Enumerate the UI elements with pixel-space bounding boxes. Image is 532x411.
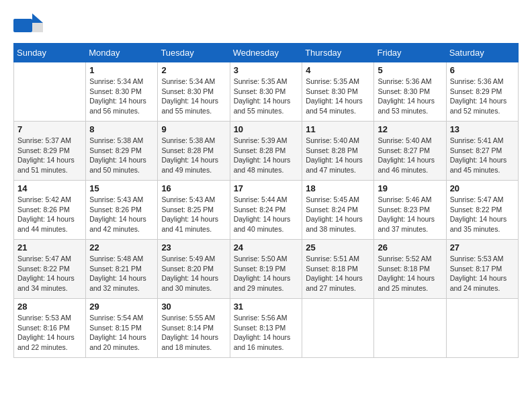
cell-info-text: Sunrise: 5:47 AM Sunset: 8:22 PM Dayligh…	[17, 254, 82, 293]
svg-marker-2	[32, 23, 43, 32]
calendar-cell: 23Sunrise: 5:49 AM Sunset: 8:20 PM Dayli…	[158, 240, 230, 299]
calendar-cell	[14, 62, 86, 122]
calendar-cell: 27Sunrise: 5:53 AM Sunset: 8:17 PM Dayli…	[446, 240, 518, 299]
calendar-cell: 12Sunrise: 5:40 AM Sunset: 8:27 PM Dayli…	[374, 122, 446, 181]
calendar-cell: 10Sunrise: 5:39 AM Sunset: 8:28 PM Dayli…	[230, 122, 302, 181]
cell-date-number: 22	[89, 242, 154, 253]
calendar-cell: 7Sunrise: 5:37 AM Sunset: 8:29 PM Daylig…	[14, 122, 86, 181]
calendar-cell: 13Sunrise: 5:41 AM Sunset: 8:27 PM Dayli…	[446, 122, 518, 181]
cell-date-number: 14	[17, 183, 82, 193]
cell-date-number: 19	[378, 183, 442, 193]
cell-date-number: 16	[161, 183, 226, 193]
cell-date-number: 3	[234, 65, 299, 75]
calendar-week-row: 21Sunrise: 5:47 AM Sunset: 8:22 PM Dayli…	[14, 240, 519, 299]
cell-info-text: Sunrise: 5:43 AM Sunset: 8:25 PM Dayligh…	[161, 195, 226, 234]
calendar-cell: 20Sunrise: 5:47 AM Sunset: 8:22 PM Dayli…	[446, 181, 518, 240]
calendar-cell: 1Sunrise: 5:34 AM Sunset: 8:30 PM Daylig…	[86, 62, 158, 122]
calendar-cell: 9Sunrise: 5:38 AM Sunset: 8:28 PM Daylig…	[158, 122, 230, 181]
calendar-cell: 3Sunrise: 5:35 AM Sunset: 8:30 PM Daylig…	[230, 62, 302, 122]
svg-rect-0	[13, 19, 32, 32]
cell-info-text: Sunrise: 5:40 AM Sunset: 8:27 PM Dayligh…	[378, 136, 442, 175]
cell-info-text: Sunrise: 5:48 AM Sunset: 8:21 PM Dayligh…	[89, 254, 154, 293]
calendar-cell: 4Sunrise: 5:35 AM Sunset: 8:30 PM Daylig…	[302, 62, 374, 122]
calendar-week-row: 14Sunrise: 5:42 AM Sunset: 8:26 PM Dayli…	[14, 181, 519, 240]
calendar-header: SundayMondayTuesdayWednesdayThursdayFrid…	[14, 44, 519, 62]
calendar-cell: 16Sunrise: 5:43 AM Sunset: 8:25 PM Dayli…	[158, 181, 230, 240]
cell-info-text: Sunrise: 5:35 AM Sunset: 8:30 PM Dayligh…	[306, 77, 370, 116]
cell-info-text: Sunrise: 5:41 AM Sunset: 8:27 PM Dayligh…	[450, 136, 515, 175]
calendar-cell: 8Sunrise: 5:38 AM Sunset: 8:29 PM Daylig…	[86, 122, 158, 181]
cell-info-text: Sunrise: 5:42 AM Sunset: 8:26 PM Dayligh…	[17, 195, 82, 234]
cell-date-number: 12	[378, 124, 442, 134]
calendar-cell: 29Sunrise: 5:54 AM Sunset: 8:15 PM Dayli…	[86, 299, 158, 358]
cell-info-text: Sunrise: 5:35 AM Sunset: 8:30 PM Dayligh…	[234, 77, 299, 116]
cell-info-text: Sunrise: 5:34 AM Sunset: 8:30 PM Dayligh…	[89, 77, 154, 116]
calendar-table: SundayMondayTuesdayWednesdayThursdayFrid…	[13, 43, 519, 358]
cell-info-text: Sunrise: 5:55 AM Sunset: 8:14 PM Dayligh…	[161, 313, 226, 353]
calendar-cell: 14Sunrise: 5:42 AM Sunset: 8:26 PM Dayli…	[14, 181, 86, 240]
calendar-week-row: 7Sunrise: 5:37 AM Sunset: 8:29 PM Daylig…	[14, 122, 519, 181]
logo-icon	[13, 13, 43, 36]
cell-date-number: 31	[234, 302, 299, 312]
cell-date-number: 24	[234, 242, 299, 253]
calendar-week-row: 28Sunrise: 5:53 AM Sunset: 8:16 PM Dayli…	[14, 299, 519, 358]
cell-date-number: 20	[450, 183, 515, 193]
cell-info-text: Sunrise: 5:53 AM Sunset: 8:17 PM Dayligh…	[450, 254, 515, 293]
calendar-cell: 22Sunrise: 5:48 AM Sunset: 8:21 PM Dayli…	[86, 240, 158, 299]
cell-info-text: Sunrise: 5:36 AM Sunset: 8:30 PM Dayligh…	[378, 77, 442, 116]
calendar-cell: 5Sunrise: 5:36 AM Sunset: 8:30 PM Daylig…	[374, 62, 446, 122]
cell-date-number: 9	[161, 124, 226, 134]
cell-date-number: 25	[306, 242, 370, 253]
cell-info-text: Sunrise: 5:47 AM Sunset: 8:22 PM Dayligh…	[450, 195, 515, 234]
cell-date-number: 10	[234, 124, 299, 134]
cell-date-number: 4	[306, 65, 370, 75]
cell-date-number: 27	[450, 242, 515, 253]
calendar-cell: 19Sunrise: 5:46 AM Sunset: 8:23 PM Dayli…	[374, 181, 446, 240]
cell-date-number: 8	[89, 124, 154, 134]
header	[13, 13, 519, 36]
cell-info-text: Sunrise: 5:50 AM Sunset: 8:19 PM Dayligh…	[234, 254, 299, 293]
cell-date-number: 1	[89, 65, 154, 75]
cell-date-number: 26	[378, 242, 442, 253]
calendar-cell: 11Sunrise: 5:40 AM Sunset: 8:28 PM Dayli…	[302, 122, 374, 181]
cell-info-text: Sunrise: 5:46 AM Sunset: 8:23 PM Dayligh…	[378, 195, 442, 234]
day-header-monday: Monday	[86, 44, 158, 62]
calendar-cell	[302, 299, 374, 358]
day-header-sunday: Sunday	[14, 44, 86, 62]
cell-date-number: 21	[17, 242, 82, 253]
cell-date-number: 2	[161, 65, 226, 75]
cell-date-number: 5	[378, 65, 442, 75]
cell-date-number: 30	[161, 302, 226, 312]
calendar-cell: 24Sunrise: 5:50 AM Sunset: 8:19 PM Dayli…	[230, 240, 302, 299]
cell-date-number: 23	[161, 242, 226, 253]
cell-info-text: Sunrise: 5:53 AM Sunset: 8:16 PM Dayligh…	[17, 313, 82, 353]
calendar-cell: 31Sunrise: 5:56 AM Sunset: 8:13 PM Dayli…	[230, 299, 302, 358]
cell-info-text: Sunrise: 5:56 AM Sunset: 8:13 PM Dayligh…	[234, 313, 299, 353]
calendar-cell: 21Sunrise: 5:47 AM Sunset: 8:22 PM Dayli…	[14, 240, 86, 299]
calendar-cell: 26Sunrise: 5:52 AM Sunset: 8:18 PM Dayli…	[374, 240, 446, 299]
cell-date-number: 13	[450, 124, 515, 134]
calendar-cell: 28Sunrise: 5:53 AM Sunset: 8:16 PM Dayli…	[14, 299, 86, 358]
cell-date-number: 15	[89, 183, 154, 193]
calendar-cell	[446, 299, 518, 358]
cell-date-number: 6	[450, 65, 515, 75]
cell-date-number: 7	[17, 124, 82, 134]
day-header-wednesday: Wednesday	[230, 44, 302, 62]
cell-info-text: Sunrise: 5:52 AM Sunset: 8:18 PM Dayligh…	[378, 254, 442, 293]
cell-info-text: Sunrise: 5:37 AM Sunset: 8:29 PM Dayligh…	[17, 136, 82, 175]
calendar-cell: 15Sunrise: 5:43 AM Sunset: 8:26 PM Dayli…	[86, 181, 158, 240]
svg-marker-1	[32, 13, 43, 23]
cell-info-text: Sunrise: 5:45 AM Sunset: 8:24 PM Dayligh…	[306, 195, 370, 234]
cell-date-number: 17	[234, 183, 299, 193]
cell-info-text: Sunrise: 5:54 AM Sunset: 8:15 PM Dayligh…	[89, 313, 154, 353]
calendar-cell: 17Sunrise: 5:44 AM Sunset: 8:24 PM Dayli…	[230, 181, 302, 240]
calendar-week-row: 1Sunrise: 5:34 AM Sunset: 8:30 PM Daylig…	[14, 62, 519, 122]
cell-date-number: 18	[306, 183, 370, 193]
cell-info-text: Sunrise: 5:34 AM Sunset: 8:30 PM Dayligh…	[161, 77, 226, 116]
calendar-cell: 25Sunrise: 5:51 AM Sunset: 8:18 PM Dayli…	[302, 240, 374, 299]
cell-info-text: Sunrise: 5:44 AM Sunset: 8:24 PM Dayligh…	[234, 195, 299, 234]
cell-info-text: Sunrise: 5:51 AM Sunset: 8:18 PM Dayligh…	[306, 254, 370, 293]
logo	[13, 13, 46, 36]
calendar-cell: 6Sunrise: 5:36 AM Sunset: 8:29 PM Daylig…	[446, 62, 518, 122]
cell-info-text: Sunrise: 5:38 AM Sunset: 8:29 PM Dayligh…	[89, 136, 154, 175]
